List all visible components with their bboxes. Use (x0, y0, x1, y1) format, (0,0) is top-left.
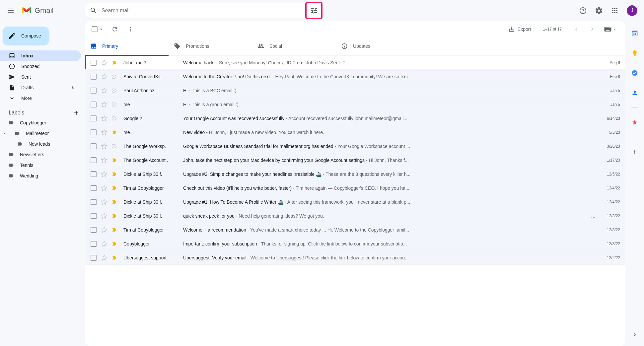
star-button[interactable] (101, 185, 107, 191)
row-checkbox[interactable] (90, 157, 97, 164)
star-button[interactable] (101, 254, 107, 261)
nav-item-inbox[interactable]: Inbox (0, 50, 81, 61)
email-row[interactable]: Dickie at Ship 30 f. Upgrade #2: Simple … (85, 167, 625, 181)
row-checkbox[interactable] (90, 185, 97, 191)
row-checkbox[interactable] (90, 101, 97, 108)
nav-item-snoozed[interactable]: Snoozed (0, 61, 81, 72)
tab-social[interactable]: Social (252, 37, 336, 56)
important-marker[interactable] (111, 157, 118, 164)
star-button[interactable] (101, 241, 107, 247)
important-marker[interactable] (111, 185, 118, 191)
star-button[interactable] (101, 87, 107, 94)
label-item-tennis[interactable]: Tennis (0, 160, 81, 171)
important-marker[interactable] (111, 87, 118, 94)
label-item-wedding[interactable]: Wedding (0, 171, 81, 181)
row-checkbox[interactable] (90, 199, 97, 205)
search-button[interactable] (87, 4, 100, 17)
main-menu-button[interactable] (3, 3, 19, 19)
star-button[interactable] (101, 73, 107, 80)
star-button[interactable] (101, 143, 107, 150)
get-addons-button[interactable] (628, 145, 641, 159)
label-item-mailmeteor[interactable]: Mailmeteor (0, 128, 81, 139)
tab-updates[interactable]: Updates (336, 37, 419, 56)
email-row[interactable]: Shiv at ConvertKit Welcome to the Creato… (85, 70, 625, 84)
label-item-newsletters[interactable]: Newsletters (0, 149, 81, 160)
star-button[interactable] (101, 227, 107, 233)
export-button[interactable]: Export (504, 23, 535, 35)
star-button[interactable] (101, 213, 107, 219)
keep-app-button[interactable] (628, 46, 641, 60)
star-button[interactable] (101, 171, 107, 177)
label-item-copyblogger[interactable]: Copyblogger (0, 117, 81, 128)
search-filter-button[interactable] (307, 4, 321, 17)
important-marker[interactable] (111, 213, 118, 219)
row-checkbox[interactable] (90, 87, 97, 94)
important-marker[interactable] (111, 73, 118, 80)
important-marker[interactable] (111, 171, 118, 177)
account-avatar[interactable]: J (627, 5, 637, 16)
important-marker[interactable] (111, 199, 118, 205)
input-tools-button[interactable] (602, 27, 620, 32)
email-row[interactable]: The Google Worksp. Google Workspace Busi… (85, 139, 625, 153)
apps-button[interactable] (608, 4, 621, 17)
email-row[interactable]: Tim at Copyblogger Welcome + a recommend… (85, 223, 625, 237)
row-checkbox[interactable] (90, 241, 97, 247)
important-marker[interactable] (111, 254, 118, 261)
row-checkbox[interactable] (90, 227, 97, 233)
select-all-checkbox[interactable] (90, 25, 106, 34)
email-row[interactable]: Dickie at Ship 30 f. Upgrade #1: How To … (85, 195, 625, 209)
add-label-button[interactable] (73, 109, 80, 116)
prev-page-button[interactable] (570, 23, 583, 36)
important-marker[interactable] (111, 129, 118, 136)
star-button[interactable] (101, 129, 107, 136)
important-marker[interactable] (111, 101, 118, 108)
row-checkbox[interactable] (90, 213, 97, 219)
compose-button[interactable]: Compose (3, 27, 49, 45)
row-checkbox[interactable] (90, 129, 97, 136)
addon-app-button[interactable] (628, 116, 641, 129)
search-input[interactable] (100, 8, 307, 14)
contacts-app-button[interactable] (628, 86, 641, 100)
email-row[interactable]: Tim at Copyblogger Check out this video … (85, 181, 625, 195)
settings-button[interactable] (592, 4, 606, 17)
important-marker[interactable] (111, 241, 118, 247)
snoozed-icon (9, 63, 15, 70)
more-actions-button[interactable] (124, 23, 137, 36)
support-button[interactable] (576, 4, 590, 17)
side-panel-toggle[interactable] (629, 329, 641, 341)
important-marker[interactable] (111, 59, 118, 66)
important-marker[interactable] (111, 143, 118, 150)
star-button[interactable] (101, 157, 107, 164)
email-row[interactable]: Copyblogger Important: confirm your subs… (85, 237, 625, 251)
email-row[interactable]: The Google Account . John, take the next… (85, 153, 625, 167)
email-row[interactable]: me Hi - This is a group email :) Jan 5 (85, 98, 625, 111)
email-row[interactable]: Google 2 Your Google Account was recover… (85, 111, 625, 125)
star-button[interactable] (101, 101, 107, 108)
email-row[interactable]: Paul Anthonioz Hi - This is a BCC email … (85, 84, 625, 98)
row-checkbox[interactable] (90, 115, 97, 122)
label-item-new-leads[interactable]: New leads (0, 139, 81, 149)
row-checkbox[interactable] (90, 73, 97, 80)
email-row[interactable]: me New video - Hi John, I just made a ne… (85, 125, 625, 139)
email-row[interactable]: Dickie at Ship 30 f. quick sneak peek fo… (85, 209, 625, 223)
tab-promotions[interactable]: Promotions (169, 37, 252, 56)
nav-item-sent[interactable]: Sent (0, 72, 81, 82)
email-row[interactable]: John, me 3 Welcome back! - Sure, see you… (85, 56, 625, 70)
star-button[interactable] (101, 59, 107, 66)
tab-primary[interactable]: Primary (85, 37, 169, 56)
row-checkbox[interactable] (90, 143, 97, 150)
important-marker[interactable] (111, 227, 118, 233)
calendar-app-button[interactable]: 31 (628, 27, 641, 40)
nav-item-drafts[interactable]: Drafts 6 (0, 82, 81, 93)
row-checkbox[interactable] (90, 171, 97, 177)
row-checkbox[interactable] (90, 254, 97, 261)
next-page-button[interactable] (586, 23, 599, 36)
row-checkbox[interactable] (90, 59, 97, 66)
star-button[interactable] (101, 115, 107, 122)
important-marker[interactable] (111, 115, 118, 122)
refresh-button[interactable] (108, 23, 121, 36)
email-row[interactable]: Ubersuggest support Ubersuggest: Verify … (85, 251, 625, 265)
nav-item-more[interactable]: More (0, 93, 81, 104)
tasks-app-button[interactable] (628, 66, 641, 80)
star-button[interactable] (101, 199, 107, 205)
